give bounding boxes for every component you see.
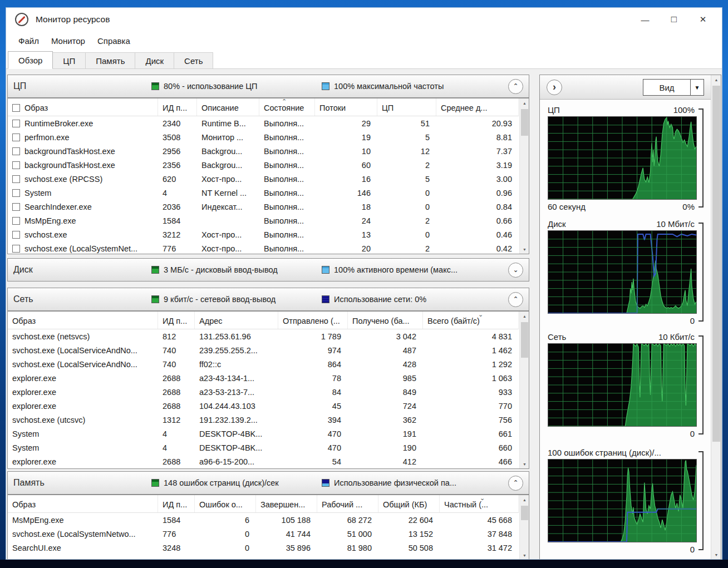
column-header[interactable]: ИД п... [158,98,197,116]
network-table-scrollbar[interactable]: ▲ ▼ [519,312,529,468]
cpu-table-scrollbar[interactable]: ▲ ▼ [519,98,529,254]
column-header[interactable]: Рабочий ... [317,495,378,512]
table-row[interactable]: System4DESKTOP-4BK...470190660 [8,441,519,455]
column-header[interactable]: Ошибок о... [195,495,256,512]
memory-collapse-button[interactable]: ⌃ [508,476,523,491]
row-checkbox[interactable] [12,147,20,155]
cpu-frequency-legend-icon [322,82,329,90]
table-row[interactable]: svchost.exe (LocalSystemNet...776Хост-пр… [8,241,519,254]
table-row[interactable]: explorer.exe2688104.244.43.10345724770 [8,399,519,413]
menu-file[interactable]: Файл [12,33,45,49]
table-row[interactable]: svchost.exe (LocalServiceAndNo...740ff02… [8,357,519,371]
scroll-thumb[interactable] [712,86,720,442]
scroll-thumb[interactable] [521,322,528,358]
table-row[interactable]: perfmon.exe3508Монитор ...Выполня...1958… [8,130,519,144]
column-header[interactable]: ИД п... [158,312,195,329]
table-row[interactable]: svchost.exe (LocalServiceAndNo...740239.… [8,343,519,357]
memory-table-header[interactable]: ⌄ ОбразИД п...Ошибок о...Завершен...Рабо… [8,495,519,513]
scroll-up-icon[interactable]: ▲ [711,75,721,84]
table-row[interactable]: MsMpEng.exe15846105 18868 27222 60445 66… [8,513,519,527]
row-checkbox[interactable] [12,134,20,141]
disk-io-legend: 3 МБ/с - дисковый ввод-вывод [164,265,278,274]
cpu-collapse-button[interactable]: ⌃ [508,79,523,94]
cpu-table-header[interactable]: ⌃ ОбразИД п...ОписаниеСостояниеПотокиЦПС… [8,98,519,116]
network-table-header[interactable]: ⌄ ОбразИД п...АдресОтправлено (...Получе… [8,312,519,329]
table-row[interactable]: svchost.exe (RPCSS)620Хост-про...Выполня… [8,172,519,186]
column-header[interactable]: Образ [8,495,158,512]
row-checkbox[interactable] [12,161,20,169]
column-header[interactable]: Общий (КБ) [378,495,440,512]
table-row[interactable]: RuntimeBroker.exe2340Runtime B...Выполня… [8,116,519,130]
table-row[interactable]: backgroundTaskHost.exe2956Backgrou...Вып… [8,144,519,158]
menu-monitor[interactable]: Монитор [45,33,91,49]
table-row[interactable]: explorer.exe2688a23-43-134-1...789851 06… [8,371,519,385]
table-row[interactable]: explorer.exe2688a23-53-213-7...84849933 [8,385,519,399]
disk-section-header[interactable]: Диск 3 МБ/с - дисковый ввод-вывод 100% а… [7,258,529,281]
network-section-header[interactable]: Сеть 9 кбит/с - сетевой ввод-вывод Испол… [7,288,529,311]
network-collapse-button[interactable]: ⌃ [508,292,523,307]
scroll-up-icon[interactable]: ▲ [520,98,529,107]
tab-memory[interactable]: Память [85,52,135,68]
scroll-thumb[interactable] [521,109,528,136]
row-checkbox[interactable] [12,231,20,239]
memory-section-header[interactable]: Память 148 ошибок страниц (диск)/сек Исп… [7,471,529,495]
scroll-down-icon[interactable]: ▼ [520,551,529,560]
table-row[interactable]: backgroundTaskHost.exe2356Backgrou...Вып… [8,158,519,172]
memory-table-scrollbar[interactable]: ▲ ▼ [519,495,529,560]
tab-network[interactable]: Сеть [174,52,213,68]
menu-help[interactable]: Справка [91,33,136,49]
maximize-button[interactable]: □ [660,8,688,31]
close-button[interactable]: ✕ [688,8,717,31]
panel-expand-button[interactable]: › [547,80,562,95]
table-row[interactable]: System4DESKTOP-4BK...470191661 [8,427,519,441]
scroll-down-icon[interactable]: ▼ [711,550,721,559]
column-header[interactable]: Отправлено (... [278,312,348,329]
scroll-down-icon[interactable]: ▼ [520,245,529,254]
table-row[interactable]: System4016421 09211620 976 [8,555,519,560]
sort-indicator-icon: ⌃ [282,98,287,104]
cpu-section-header[interactable]: ЦП 80% - использование ЦП 100% максималь… [7,75,529,98]
column-header[interactable]: Всего (байт/с) [423,312,519,329]
row-checkbox[interactable] [12,175,20,183]
column-header[interactable]: ИД п... [158,495,195,512]
table-row[interactable]: svchost.exe (netsvcs)812131.253.61.961 7… [8,329,519,343]
column-header[interactable]: Образ [8,98,158,116]
tab-disk[interactable]: Диск [135,52,174,68]
column-header[interactable]: Среднее д... [436,98,519,116]
panel-scrollbar[interactable]: ▲ ▼ [711,75,721,559]
column-header[interactable]: Завершен... [256,495,317,512]
row-checkbox[interactable] [12,120,20,127]
table-row[interactable]: explorer.exe2688a96-6-15-200...54412466 [8,455,519,468]
table-row[interactable]: SearchIndexer.exe2036Индексат...Выполня.… [8,200,519,214]
disk-expand-button[interactable]: ⌄ [508,263,523,278]
row-checkbox[interactable] [12,189,20,197]
title-bar[interactable]: Монитор ресурсов — □ ✕ [6,8,722,31]
table-row[interactable]: svchost.exe3212Хост-про...Выполня...1300… [8,228,519,241]
table-row[interactable]: svchost.exe (utcsvc)1312191.232.139.2...… [8,413,519,427]
table-row[interactable]: MsMpEng.exe1584Выполня...2420.66 [8,214,519,228]
row-checkbox[interactable] [12,217,20,225]
select-all-checkbox[interactable] [12,104,20,112]
tab-overview[interactable]: Обзор [8,51,53,69]
disk-graph-scale-top: 10 Мбит/с [656,219,695,229]
column-header[interactable]: Состояние [259,98,315,116]
row-checkbox[interactable] [12,245,20,253]
scroll-down-icon[interactable]: ▼ [520,460,529,468]
column-header[interactable]: Потоки [315,98,377,116]
column-header[interactable]: Получено (ба... [348,312,423,329]
column-header[interactable]: Адрес [195,312,278,329]
row-checkbox[interactable] [12,203,20,211]
tab-cpu[interactable]: ЦП [52,52,86,68]
scroll-up-icon[interactable]: ▲ [520,312,529,320]
scroll-thumb[interactable] [521,506,528,520]
column-header[interactable]: Образ [8,312,158,329]
table-row[interactable]: svchost.exe (LocalSystemNetwo...776041 7… [8,527,519,541]
view-dropdown[interactable]: Вид ▼ [643,79,704,96]
table-row[interactable]: System4NT Kernel ...Выполня...14600.96 [8,186,519,200]
column-header[interactable]: ЦП [377,98,436,116]
column-header[interactable]: Частный (... [440,495,519,512]
column-header[interactable]: Описание [197,98,259,116]
minimize-button[interactable]: — [631,8,660,31]
table-row[interactable]: SearchUI.exe3248035 89681 98050 50831 47… [8,541,519,555]
scroll-up-icon[interactable]: ▲ [520,495,529,504]
